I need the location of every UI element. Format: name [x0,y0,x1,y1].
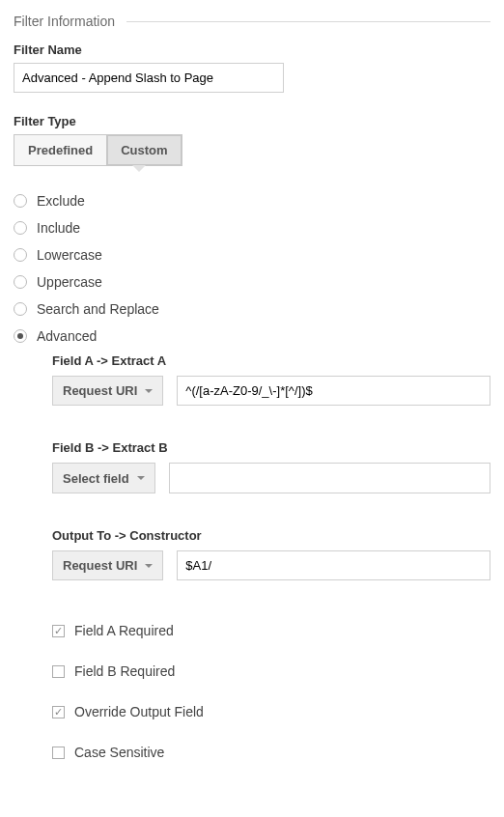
radio-label-search-replace: Search and Replace [37,301,159,317]
field-b-select[interactable]: Select field [52,463,155,493]
advanced-settings: Field A -> Extract A Request URI Field B… [52,353,490,777]
field-a-select[interactable]: Request URI [52,376,163,406]
check-label-field-b-required: Field B Required [74,663,175,679]
checkbox-case-sensitive[interactable] [52,747,65,759]
radio-label-exclude: Exclude [37,193,85,209]
checkbox-field-b-required[interactable] [52,665,65,678]
chevron-down-icon [145,389,153,393]
radio-label-lowercase: Lowercase [37,247,102,263]
chevron-down-icon [145,564,153,568]
radio-row-advanced[interactable]: Advanced [14,323,490,350]
check-label-case-sensitive: Case Sensitive [74,745,164,760]
radio-row-lowercase[interactable]: Lowercase [14,241,490,268]
radio-row-search-replace[interactable]: Search and Replace [14,296,490,323]
filter-type-label: Filter Type [14,114,490,128]
check-row-field-b-required[interactable]: Field B Required [52,656,490,687]
output-section: Output To -> Constructor Request URI [52,528,490,580]
fieldset-header: Filter Information [14,14,490,29]
radio-exclude[interactable] [14,194,27,208]
output-select[interactable]: Request URI [52,550,163,580]
advanced-options: ✓ Field A Required Field B Required ✓ Ov… [52,615,490,777]
filter-name-label: Filter Name [14,42,490,57]
radio-uppercase[interactable] [14,275,27,289]
radio-search-replace[interactable] [14,302,27,316]
filter-name-input[interactable] [14,63,284,93]
radio-include[interactable] [14,221,27,235]
check-row-case-sensitive[interactable]: Case Sensitive [52,737,490,768]
tab-predefined[interactable]: Predefined [14,135,106,165]
radio-label-uppercase: Uppercase [37,274,102,290]
output-input[interactable] [177,550,490,580]
check-label-field-a-required: Field A Required [74,623,174,638]
field-a-title: Field A -> Extract A [52,353,490,368]
radio-advanced[interactable] [14,329,27,343]
radio-row-exclude[interactable]: Exclude [14,187,490,214]
field-b-title: Field B -> Extract B [52,440,490,455]
filter-mode-list: Exclude Include Lowercase Uppercase Sear… [14,187,490,350]
check-label-override-output: Override Output Field [74,704,204,719]
field-a-input[interactable] [177,376,490,406]
radio-row-include[interactable]: Include [14,214,490,241]
filter-type-tabs: Predefined Custom [14,134,182,166]
radio-lowercase[interactable] [14,248,27,262]
divider [126,21,490,22]
radio-label-advanced: Advanced [37,328,97,344]
check-row-override-output[interactable]: ✓ Override Output Field [52,696,490,727]
chevron-down-icon [137,476,145,480]
check-row-field-a-required[interactable]: ✓ Field A Required [52,615,490,646]
checkbox-field-a-required[interactable]: ✓ [52,625,65,637]
field-b-select-label: Select field [63,471,129,486]
output-title: Output To -> Constructor [52,528,490,543]
field-a-select-label: Request URI [63,383,137,398]
fieldset-title: Filter Information [14,14,115,29]
tab-custom[interactable]: Custom [106,135,181,165]
output-select-label: Request URI [63,558,137,573]
field-b-input[interactable] [169,463,490,493]
radio-row-uppercase[interactable]: Uppercase [14,268,490,296]
checkbox-override-output[interactable]: ✓ [52,706,65,718]
radio-label-include: Include [37,220,80,236]
field-b-section: Field B -> Extract B Select field [52,440,490,493]
field-a-section: Field A -> Extract A Request URI [52,353,490,406]
